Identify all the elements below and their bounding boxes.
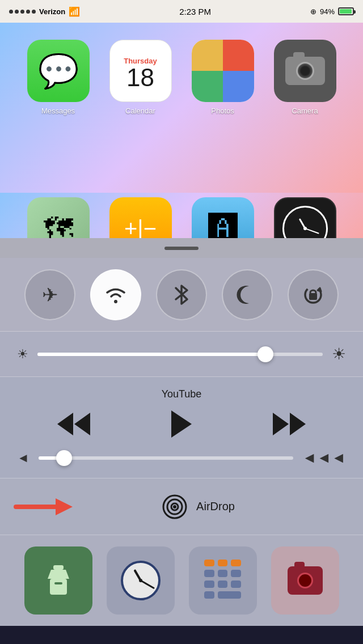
home-screen-row2: 🗺 +|− 🅰 (0, 193, 363, 238)
svg-rect-13 (54, 582, 62, 584)
fastforward-button[interactable] (273, 413, 306, 435)
app-maps[interactable]: 🗺 (17, 193, 99, 238)
media-app-title: YouTube (17, 388, 346, 400)
messages-icon: 💬 (27, 40, 90, 102)
cc-pull-handle (164, 247, 199, 250)
photos-icon (192, 40, 254, 102)
status-left: Verizon 📶 (9, 6, 80, 17)
rotation-lock-toggle[interactable] (288, 269, 339, 320)
control-center-handle-area[interactable] (0, 238, 363, 258)
airdrop-icon (162, 494, 187, 519)
brightness-bright-icon: ☀ (332, 345, 346, 363)
camera-label: Camera (292, 107, 318, 115)
maps-icon: 🗺 (27, 197, 90, 238)
airdrop-content[interactable]: AirDrop (162, 494, 235, 519)
brightness-row: ☀ ☀ (0, 332, 363, 377)
timer-icon (121, 561, 161, 600)
clock-icon (274, 197, 336, 238)
airplane-icon: ✈ (42, 283, 58, 306)
timer-button[interactable] (107, 546, 175, 615)
flashlight-button[interactable] (24, 546, 92, 615)
battery-percent: 94% (320, 7, 335, 16)
volume-row: ◄ ◄◄◄ (17, 449, 346, 467)
brightness-slider[interactable] (37, 353, 323, 356)
play-button[interactable] (171, 410, 192, 438)
control-center: ✈ (0, 258, 363, 626)
status-wifi-icon: 📶 (69, 6, 80, 17)
app-photos[interactable]: Photos (182, 34, 264, 181)
volume-low-icon: ◄ (17, 451, 29, 465)
appstore-icon: 🅰 (192, 197, 254, 238)
media-controls (17, 410, 346, 438)
airplane-mode-toggle[interactable]: ✈ (24, 269, 75, 320)
airdrop-row: AirDrop (0, 478, 363, 535)
svg-marker-5 (56, 498, 73, 515)
calendar-icon: Thursday 18 (109, 40, 172, 102)
wifi-icon (104, 285, 127, 304)
camera-icon (274, 40, 336, 102)
battery-icon (338, 7, 354, 15)
lock-orient-icon: ⊕ (310, 7, 316, 16)
app-calendar[interactable]: Thursday 18 Calendar (99, 34, 182, 181)
camera-shortcut-button[interactable] (271, 546, 339, 615)
svg-rect-3 (310, 290, 316, 295)
calendar-label: Calendar (125, 107, 155, 115)
status-right: ⊕ 94% (310, 7, 354, 16)
bluetooth-icon (173, 282, 190, 307)
airdrop-arrow (10, 493, 78, 521)
carrier-label: Verizon (39, 7, 65, 16)
messages-label: Messages (41, 107, 75, 115)
flashlight-icon (44, 564, 73, 597)
svg-marker-11 (48, 570, 69, 579)
volume-slider[interactable] (39, 456, 293, 460)
camera-shortcut-icon (288, 566, 323, 595)
rotation-lock-icon (302, 283, 324, 306)
calculator-icon (204, 560, 241, 602)
shortcuts-row (0, 535, 363, 626)
status-bar: Verizon 📶 2:23 PM ⊕ 94% (0, 0, 363, 23)
svg-point-9 (173, 505, 176, 509)
status-time: 2:23 PM (179, 7, 211, 16)
bluetooth-toggle[interactable] (156, 269, 207, 320)
photos-label: Photos (211, 107, 234, 115)
app-clock[interactable] (264, 193, 346, 238)
svg-rect-12 (50, 579, 67, 595)
calculator-button[interactable] (189, 546, 257, 615)
media-player: YouTube ◄ ◄◄◄ (0, 377, 363, 478)
home-screen-row1: 💬 Messages Thursday 18 Calendar Photos C… (0, 23, 363, 193)
do-not-disturb-toggle[interactable] (222, 269, 273, 320)
toggle-row: ✈ (0, 258, 363, 332)
calendar-date: 18 (126, 65, 154, 90)
rewind-button[interactable] (57, 413, 90, 435)
app-messages[interactable]: 💬 Messages (17, 34, 99, 181)
airdrop-label: AirDrop (196, 500, 235, 513)
app-notes[interactable]: +|− (99, 193, 182, 238)
volume-high-icon: ◄◄◄ (302, 449, 346, 467)
signal-dots (9, 10, 36, 14)
app-appstore[interactable]: 🅰 (182, 193, 264, 238)
wifi-toggle[interactable] (90, 269, 141, 320)
svg-point-0 (114, 300, 117, 303)
brightness-dim-icon: ☀ (17, 347, 28, 362)
app-camera[interactable]: Camera (264, 34, 346, 181)
notes-icon: +|− (109, 197, 172, 238)
svg-rect-10 (53, 565, 64, 570)
moon-icon (237, 284, 258, 306)
